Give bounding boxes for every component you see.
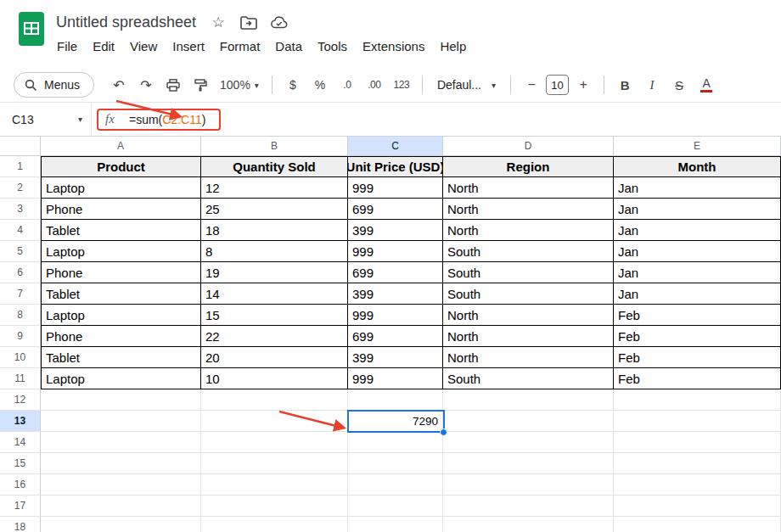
print-button[interactable] [160,72,186,98]
row-header-2[interactable]: 2 [0,177,41,199]
cell-C2[interactable]: 999 [348,177,443,199]
cell-B9[interactable]: 22 [201,326,348,347]
cloud-saved-icon[interactable] [271,14,288,31]
cell-E3[interactable]: Jan [614,199,781,220]
cell-D9[interactable]: North [443,326,614,347]
column-header-E[interactable]: E [614,137,781,156]
cell-A10[interactable]: Tablet [41,347,201,368]
row-header-1[interactable]: 1 [0,156,41,177]
cell-D8[interactable]: North [443,305,614,326]
row-header-13[interactable]: 13 [0,411,41,432]
cell-E18[interactable] [614,517,781,532]
row-header-16[interactable]: 16 [0,474,41,496]
cell-D12[interactable] [443,389,614,411]
cell-E16[interactable] [614,474,781,496]
text-color-button[interactable]: A [694,72,719,98]
cell-B15[interactable] [201,453,348,474]
cell-A2[interactable]: Laptop [41,177,201,199]
row-header-14[interactable]: 14 [0,432,41,453]
cell-B14[interactable] [201,432,348,453]
cell-A5[interactable]: Laptop [41,241,201,262]
cell-C3[interactable]: 699 [348,199,443,220]
cell-A17[interactable] [41,496,201,517]
cell-B5[interactable]: 8 [201,241,348,262]
font-size-input[interactable]: 10 [546,75,569,95]
cell-E11[interactable]: Feb [614,368,781,389]
cell-B16[interactable] [201,474,348,496]
sheets-logo-icon[interactable] [19,12,44,46]
cell-B13[interactable] [201,411,348,432]
row-header-18[interactable]: 18 [0,517,41,532]
cell-D7[interactable]: South [443,283,614,305]
cell-B4[interactable]: 18 [201,220,348,241]
menu-extensions[interactable]: Extensions [355,37,432,55]
cell-E13[interactable] [614,411,781,432]
cell-E9[interactable]: Feb [614,326,781,347]
cell-A6[interactable]: Phone [41,262,201,283]
row-header-15[interactable]: 15 [0,453,41,474]
cell-C17[interactable] [348,496,443,517]
cell-E2[interactable]: Jan [614,177,781,199]
cell-D11[interactable]: South [443,368,614,389]
cell-C6[interactable]: 699 [348,262,443,283]
cell-A18[interactable] [41,517,201,532]
paint-format-button[interactable] [188,72,213,98]
cell-A3[interactable]: Phone [41,199,201,220]
row-header-3[interactable]: 3 [0,199,41,220]
cell-D4[interactable]: North [443,220,614,241]
cell-C11[interactable]: 999 [348,368,443,389]
undo-button[interactable]: ↶ [106,72,132,98]
cell-B7[interactable]: 14 [201,283,348,305]
cell-A1[interactable]: Product [41,156,201,177]
row-header-6[interactable]: 6 [0,262,41,283]
row-header-11[interactable]: 11 [0,368,41,389]
cell-B2[interactable]: 12 [201,177,348,199]
cell-C1[interactable]: Unit Price (USD) [348,156,443,177]
cell-C15[interactable] [348,453,443,474]
cell-D14[interactable] [443,432,614,453]
move-folder-icon[interactable] [240,14,257,31]
menu-edit[interactable]: Edit [85,37,122,55]
cell-D18[interactable] [443,517,614,532]
bold-button[interactable]: B [612,72,638,98]
cell-B1[interactable]: Quantity Sold [201,156,348,177]
menu-help[interactable]: Help [432,37,474,55]
cell-C7[interactable]: 399 [348,283,443,305]
cell-A13[interactable] [41,411,201,432]
row-header-17[interactable]: 17 [0,496,41,517]
cell-D17[interactable] [443,496,614,517]
cell-D13[interactable] [443,411,614,432]
cell-A9[interactable]: Phone [41,326,201,347]
column-header-B[interactable]: B [201,137,348,156]
cell-E5[interactable]: Jan [614,241,781,262]
cell-E12[interactable] [614,389,781,411]
cell-E7[interactable]: Jan [614,283,781,305]
cell-C5[interactable]: 999 [348,241,443,262]
column-header-C[interactable]: C [348,137,443,156]
menu-format[interactable]: Format [212,37,268,55]
menu-tools[interactable]: Tools [310,37,355,55]
formula-input[interactable]: =sum(C2:C11) [129,103,205,136]
cell-E8[interactable]: Feb [614,305,781,326]
strikethrough-button[interactable]: S [666,72,692,98]
cell-C9[interactable]: 699 [348,326,443,347]
document-title[interactable]: Untitled spreadsheet [56,14,196,31]
italic-button[interactable]: I [639,72,665,98]
cell-C12[interactable] [348,389,443,411]
column-header-A[interactable]: A [41,137,201,156]
star-icon[interactable]: ☆ [210,14,227,31]
cell-E14[interactable] [614,432,781,453]
name-box[interactable]: C13 ▾ [0,103,92,136]
cell-B18[interactable] [201,517,348,532]
more-formats-button[interactable]: 123 [389,72,414,98]
cell-A8[interactable]: Laptop [41,305,201,326]
cell-C13[interactable]: 7290 [348,411,443,432]
cell-D10[interactable]: North [443,347,614,368]
cell-B10[interactable]: 20 [201,347,348,368]
menus-search-button[interactable]: Menus [14,72,94,98]
menu-view[interactable]: View [122,37,165,55]
cell-E6[interactable]: Jan [614,262,781,283]
cell-B17[interactable] [201,496,348,517]
cell-D3[interactable]: North [443,199,614,220]
cell-B8[interactable]: 15 [201,305,348,326]
